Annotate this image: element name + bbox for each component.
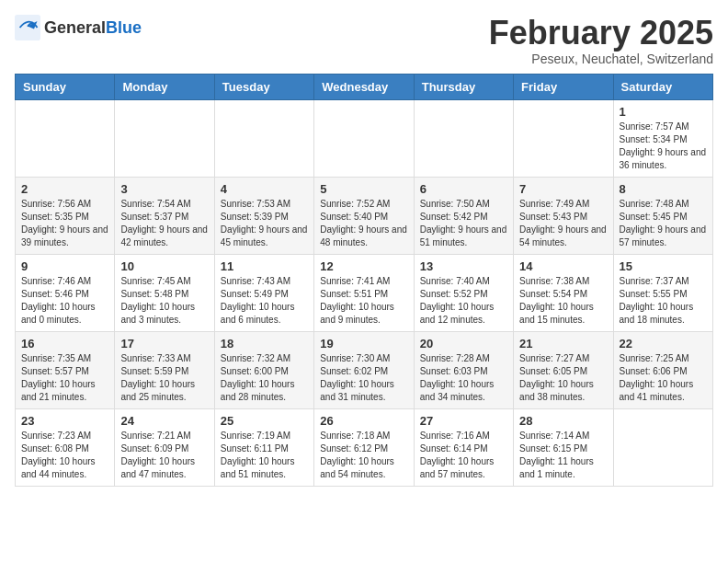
calendar-cell: 27Sunrise: 7:16 AMSunset: 6:14 PMDayligh… (414, 408, 513, 486)
day-info: Sunrise: 7:56 AMSunset: 5:35 PMDaylight:… (21, 198, 108, 249)
day-info: Sunrise: 7:48 AMSunset: 5:45 PMDaylight:… (620, 198, 707, 249)
logo-general: General (44, 18, 106, 37)
day-info: Sunrise: 7:45 AMSunset: 5:48 PMDaylight:… (120, 275, 208, 327)
logo: GeneralBlue (15, 15, 142, 40)
page-header: GeneralBlue February 2025 Peseux, Neucha… (15, 15, 713, 66)
day-info: Sunrise: 7:27 AMSunset: 6:05 PMDaylight:… (519, 352, 607, 404)
day-info: Sunrise: 7:41 AMSunset: 5:51 PMDaylight:… (320, 275, 407, 327)
calendar-cell: 26Sunrise: 7:18 AMSunset: 6:12 PMDayligh… (314, 408, 414, 486)
calendar-cell: 9Sunrise: 7:46 AMSunset: 5:46 PMDaylight… (16, 254, 115, 331)
calendar-table: SundayMondayTuesdayWednesdayThursdayFrid… (15, 74, 713, 487)
day-number: 27 (420, 414, 507, 428)
day-info: Sunrise: 7:16 AMSunset: 6:14 PMDaylight:… (420, 430, 507, 481)
weekday-header-friday: Friday (514, 74, 613, 99)
weekday-header-wednesday: Wednesday (314, 74, 414, 99)
calendar-cell: 11Sunrise: 7:43 AMSunset: 5:49 PMDayligh… (214, 254, 313, 331)
day-number: 18 (221, 337, 308, 350)
day-number: 28 (519, 414, 607, 428)
calendar-cell: 2Sunrise: 7:56 AMSunset: 5:35 PMDaylight… (16, 177, 115, 254)
day-info: Sunrise: 7:49 AMSunset: 5:43 PMDaylight:… (519, 198, 607, 249)
weekday-header-sunday: Sunday (16, 74, 115, 99)
day-info: Sunrise: 7:40 AMSunset: 5:52 PMDaylight:… (420, 275, 507, 327)
calendar-cell (514, 99, 613, 177)
calendar-body: 1Sunrise: 7:57 AMSunset: 5:34 PMDaylight… (16, 99, 713, 486)
calendar-cell: 6Sunrise: 7:50 AMSunset: 5:42 PMDaylight… (414, 177, 513, 254)
logo-icon (15, 15, 40, 40)
calendar-cell: 16Sunrise: 7:35 AMSunset: 5:57 PMDayligh… (16, 331, 115, 408)
calendar-cell: 17Sunrise: 7:33 AMSunset: 5:59 PMDayligh… (115, 331, 214, 408)
calendar-week-row: 2Sunrise: 7:56 AMSunset: 5:35 PMDaylight… (16, 177, 713, 254)
calendar-cell: 28Sunrise: 7:14 AMSunset: 6:15 PMDayligh… (514, 408, 613, 486)
calendar-cell: 15Sunrise: 7:37 AMSunset: 5:55 PMDayligh… (613, 254, 712, 331)
day-info: Sunrise: 7:14 AMSunset: 6:15 PMDaylight:… (519, 430, 607, 481)
day-info: Sunrise: 7:38 AMSunset: 5:54 PMDaylight:… (519, 275, 607, 327)
day-info: Sunrise: 7:28 AMSunset: 6:03 PMDaylight:… (420, 352, 507, 404)
day-info: Sunrise: 7:57 AMSunset: 5:34 PMDaylight:… (620, 121, 707, 172)
calendar-cell: 19Sunrise: 7:30 AMSunset: 6:02 PMDayligh… (314, 331, 414, 408)
calendar-week-row: 16Sunrise: 7:35 AMSunset: 5:57 PMDayligh… (16, 331, 713, 408)
calendar-cell: 10Sunrise: 7:45 AMSunset: 5:48 PMDayligh… (115, 254, 214, 331)
day-number: 9 (21, 259, 108, 273)
calendar-week-row: 23Sunrise: 7:23 AMSunset: 6:08 PMDayligh… (16, 408, 713, 486)
weekday-header-saturday: Saturday (613, 74, 712, 99)
calendar-cell (613, 408, 712, 486)
day-info: Sunrise: 7:43 AMSunset: 5:49 PMDaylight:… (221, 275, 308, 327)
weekday-header-tuesday: Tuesday (214, 74, 313, 99)
day-number: 2 (21, 182, 108, 196)
calendar-cell: 21Sunrise: 7:27 AMSunset: 6:05 PMDayligh… (514, 331, 613, 408)
day-info: Sunrise: 7:23 AMSunset: 6:08 PMDaylight:… (21, 430, 108, 481)
day-info: Sunrise: 7:30 AMSunset: 6:02 PMDaylight:… (320, 352, 407, 404)
calendar-cell: 25Sunrise: 7:19 AMSunset: 6:11 PMDayligh… (214, 408, 313, 486)
day-number: 24 (120, 414, 208, 428)
calendar-cell (16, 99, 115, 177)
day-number: 3 (120, 182, 208, 196)
calendar-week-row: 9Sunrise: 7:46 AMSunset: 5:46 PMDaylight… (16, 254, 713, 331)
day-number: 1 (620, 105, 707, 119)
day-number: 23 (21, 414, 108, 428)
calendar-cell (314, 99, 414, 177)
calendar-week-row: 1Sunrise: 7:57 AMSunset: 5:34 PMDaylight… (16, 99, 713, 177)
calendar-cell (214, 99, 313, 177)
day-number: 13 (420, 259, 507, 273)
day-number: 16 (21, 337, 108, 350)
calendar-cell: 12Sunrise: 7:41 AMSunset: 5:51 PMDayligh… (314, 254, 414, 331)
weekday-header-thursday: Thursday (414, 74, 513, 99)
calendar-cell: 18Sunrise: 7:32 AMSunset: 6:00 PMDayligh… (214, 331, 313, 408)
day-number: 7 (519, 182, 607, 196)
day-number: 25 (221, 414, 308, 428)
day-info: Sunrise: 7:50 AMSunset: 5:42 PMDaylight:… (420, 198, 507, 249)
day-number: 17 (120, 337, 208, 350)
day-number: 12 (320, 259, 407, 273)
calendar-cell: 22Sunrise: 7:25 AMSunset: 6:06 PMDayligh… (613, 331, 712, 408)
day-info: Sunrise: 7:35 AMSunset: 5:57 PMDaylight:… (21, 352, 108, 404)
calendar-cell: 3Sunrise: 7:54 AMSunset: 5:37 PMDaylight… (115, 177, 214, 254)
day-info: Sunrise: 7:18 AMSunset: 6:12 PMDaylight:… (320, 430, 407, 481)
logo-blue: Blue (106, 18, 142, 37)
calendar-cell: 14Sunrise: 7:38 AMSunset: 5:54 PMDayligh… (514, 254, 613, 331)
calendar-cell: 13Sunrise: 7:40 AMSunset: 5:52 PMDayligh… (414, 254, 513, 331)
day-number: 14 (519, 259, 607, 273)
day-info: Sunrise: 7:32 AMSunset: 6:00 PMDaylight:… (221, 352, 308, 404)
calendar-cell: 5Sunrise: 7:52 AMSunset: 5:40 PMDaylight… (314, 177, 414, 254)
day-number: 10 (120, 259, 208, 273)
month-title: February 2025 (489, 15, 713, 52)
calendar-cell (414, 99, 513, 177)
day-number: 22 (620, 337, 707, 350)
day-info: Sunrise: 7:52 AMSunset: 5:40 PMDaylight:… (320, 198, 407, 249)
day-info: Sunrise: 7:33 AMSunset: 5:59 PMDaylight:… (120, 352, 208, 404)
title-section: February 2025 Peseux, Neuchatel, Switzer… (489, 15, 713, 66)
calendar-header: SundayMondayTuesdayWednesdayThursdayFrid… (16, 74, 713, 99)
day-number: 8 (620, 182, 707, 196)
logo-text: GeneralBlue (44, 18, 142, 38)
weekday-header-row: SundayMondayTuesdayWednesdayThursdayFrid… (16, 74, 713, 99)
day-number: 21 (519, 337, 607, 350)
day-info: Sunrise: 7:21 AMSunset: 6:09 PMDaylight:… (120, 430, 208, 481)
day-info: Sunrise: 7:37 AMSunset: 5:55 PMDaylight:… (620, 275, 707, 327)
calendar-cell: 4Sunrise: 7:53 AMSunset: 5:39 PMDaylight… (214, 177, 313, 254)
day-number: 11 (221, 259, 308, 273)
day-info: Sunrise: 7:46 AMSunset: 5:46 PMDaylight:… (21, 275, 108, 327)
day-number: 15 (620, 259, 707, 273)
day-number: 4 (221, 182, 308, 196)
calendar-cell: 1Sunrise: 7:57 AMSunset: 5:34 PMDaylight… (613, 99, 712, 177)
day-number: 19 (320, 337, 407, 350)
